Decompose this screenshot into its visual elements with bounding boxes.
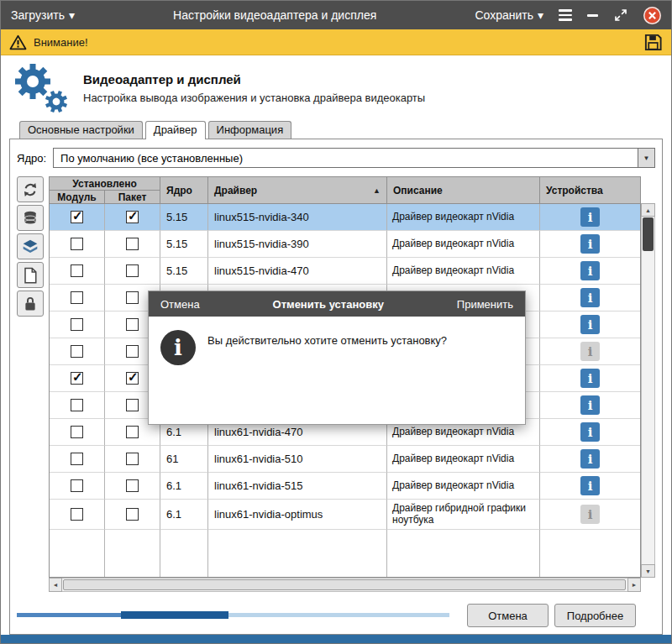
module-checkbox[interactable]: [71, 372, 83, 385]
description-cell: Драйвер видеокарт nVidia: [392, 480, 534, 492]
dialog-apply-button[interactable]: Применить: [457, 298, 513, 311]
module-checkbox[interactable]: [71, 345, 83, 358]
driver-cell: linux61-nvidia-optimus: [208, 500, 387, 530]
device-info-button[interactable]: [580, 422, 600, 442]
side-toolbar: [17, 176, 44, 592]
device-info-button[interactable]: [580, 476, 600, 495]
dialog-message: Вы действительно хотите отменить установ…: [207, 330, 447, 347]
driver-cell: linux515-nvidia-390: [208, 231, 387, 258]
package-checkbox[interactable]: [126, 264, 139, 277]
description-cell: Драйвер видеокарт nVidia: [392, 453, 534, 465]
module-checkbox[interactable]: [71, 318, 83, 331]
expand-icon[interactable]: [613, 8, 628, 23]
database-button[interactable]: [17, 205, 44, 231]
dropdown-arrow-icon[interactable]: ▼: [638, 149, 654, 167]
column-header-module[interactable]: Модуль: [50, 191, 105, 204]
vertical-scroll-track[interactable]: [641, 217, 655, 564]
load-menu-button[interactable]: Загрузить ▾: [11, 8, 75, 22]
scroll-down-button[interactable]: ▼: [641, 564, 655, 578]
device-info-button[interactable]: [580, 234, 600, 254]
package-checkbox[interactable]: [126, 508, 139, 521]
kernel-cell: 6.1: [160, 500, 208, 530]
column-header-devices[interactable]: Устройства: [540, 177, 640, 204]
save-icon[interactable]: [643, 33, 663, 52]
kernel-label: Ядро:: [17, 152, 46, 165]
device-info-button[interactable]: [580, 288, 600, 307]
dialog-title: Отменить установку: [273, 298, 384, 311]
column-header-installed[interactable]: Установлено: [50, 177, 160, 191]
package-checkbox[interactable]: [126, 291, 139, 304]
driver-cell: linux61-nvidia-510: [208, 446, 387, 473]
device-info-button[interactable]: [580, 315, 600, 334]
driver-cell: linux61-nvidia-515: [208, 473, 387, 500]
bottom-accent-bar: [1, 635, 671, 643]
kernel-cell: 5.15: [160, 258, 208, 285]
scroll-left-button[interactable]: ◄: [49, 578, 62, 592]
device-info-button[interactable]: [580, 395, 600, 415]
package-checkbox[interactable]: [126, 479, 139, 492]
document-button[interactable]: [17, 262, 44, 288]
kernel-cell: 5.15: [160, 231, 208, 258]
progress-bar: [17, 611, 449, 620]
package-checkbox[interactable]: [126, 238, 139, 250]
lock-button[interactable]: [17, 291, 44, 317]
module-checkbox[interactable]: [71, 426, 83, 438]
package-checkbox[interactable]: [126, 372, 139, 385]
tab-driver[interactable]: Драйвер: [145, 121, 206, 139]
module-checkbox[interactable]: [71, 399, 83, 411]
info-icon: [160, 330, 196, 365]
scroll-up-button[interactable]: ▲: [641, 203, 655, 217]
package-checkbox[interactable]: [126, 345, 139, 358]
kernel-cell: 61: [160, 446, 208, 473]
tab-information[interactable]: Информация: [208, 121, 292, 139]
module-checkbox[interactable]: [71, 211, 83, 223]
horizontal-scrollbar[interactable]: ◄ ►: [49, 578, 641, 592]
module-checkbox[interactable]: [71, 479, 83, 492]
kernel-select-value: По умолчанию (все установленные): [54, 149, 638, 167]
cancel-button[interactable]: Отмена: [467, 604, 549, 627]
minimize-button[interactable]: [587, 14, 598, 17]
tab-main-settings[interactable]: Основные настройки: [19, 121, 143, 139]
app-header: Видеоадаптер и дисплей Настройка вывода …: [1, 55, 671, 120]
details-button[interactable]: Подробнее: [554, 604, 636, 627]
description-cell: Драйвер видеокарт nVidia: [392, 427, 534, 438]
column-header-description[interactable]: Описание: [387, 177, 540, 204]
module-checkbox[interactable]: [71, 291, 83, 304]
tab-bar: Основные настройки Драйвер Информация: [1, 120, 671, 139]
scroll-right-button[interactable]: ►: [627, 578, 641, 592]
device-info-button: [580, 342, 600, 361]
device-info-button[interactable]: [580, 207, 600, 227]
menu-icon[interactable]: [559, 9, 572, 21]
vertical-scroll-thumb[interactable]: [643, 217, 654, 251]
vertical-scrollbar[interactable]: ▲ ▼: [641, 176, 655, 578]
save-menu-button[interactable]: Сохранить ▾: [475, 8, 543, 22]
device-info-button[interactable]: [580, 261, 600, 280]
package-checkbox[interactable]: [126, 318, 139, 331]
module-checkbox[interactable]: [71, 264, 83, 277]
horizontal-scroll-thumb[interactable]: [63, 579, 626, 590]
module-checkbox[interactable]: [71, 508, 83, 521]
module-checkbox[interactable]: [71, 453, 83, 465]
warning-label: Внимание!: [34, 36, 88, 49]
page-title: Видеоадаптер и дисплей: [83, 72, 425, 86]
window: Загрузить ▾ Настройки видеоадаптера и ди…: [0, 0, 672, 644]
refresh-button[interactable]: [17, 176, 44, 202]
horizontal-scroll-track[interactable]: [62, 578, 627, 592]
device-info-button[interactable]: [580, 369, 600, 388]
package-checkbox[interactable]: [126, 426, 139, 438]
dialog-cancel-button[interactable]: Отмена: [160, 298, 200, 311]
column-header-package[interactable]: Пакет: [105, 191, 160, 204]
package-checkbox[interactable]: [126, 211, 139, 223]
caret-down-icon: ▾: [538, 8, 543, 22]
column-header-kernel[interactable]: Ядро: [160, 177, 208, 204]
kernel-select[interactable]: По умолчанию (все установленные) ▼: [53, 148, 655, 168]
description-cell: Драйвер видеокарт nVidia: [392, 212, 534, 223]
device-info-button[interactable]: [580, 449, 600, 469]
column-header-driver[interactable]: Драйвер ▲: [208, 177, 387, 204]
package-checkbox[interactable]: [126, 399, 139, 411]
module-checkbox[interactable]: [71, 238, 83, 250]
package-checkbox[interactable]: [126, 453, 139, 465]
description-cell: Драйвер гибридной графики ноутбука: [392, 503, 534, 526]
close-button[interactable]: [643, 7, 661, 24]
layers-button[interactable]: [17, 233, 44, 259]
